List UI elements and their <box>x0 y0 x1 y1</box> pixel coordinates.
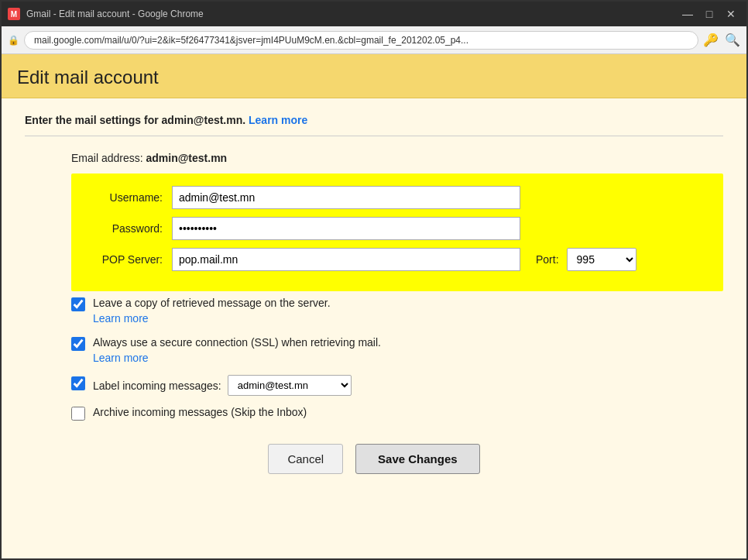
checkbox-1-text: Leave a copy of retrieved message on the… <box>93 296 331 326</box>
browser-favicon: M <box>8 8 20 20</box>
password-label: Password: <box>87 222 172 235</box>
address-bar: 🔒 mail.google.com/mail/u/0/?ui=2&ik=5f26… <box>2 26 746 54</box>
save-button[interactable]: Save Changes <box>355 444 480 474</box>
email-address-label: Email address: <box>71 152 143 164</box>
pop-server-label: POP Server: <box>87 253 172 266</box>
checkbox-4-text: Archive incoming messages (Skip the Inbo… <box>93 405 307 421</box>
page-content: Enter the mail settings for admin@test.m… <box>2 98 746 559</box>
email-address-row: Email address: admin@test.mn <box>25 152 723 164</box>
checkbox-row-4: Archive incoming messages (Skip the Inbo… <box>71 405 723 421</box>
checkbox-2-learn-more[interactable]: Learn more <box>93 351 381 366</box>
email-address-value: admin@test.mn <box>146 152 227 164</box>
checkboxes-section: Leave a copy of retrieved message on the… <box>71 296 723 421</box>
search-icon: 🔍 <box>725 33 740 47</box>
lock-icon: 🔒 <box>8 35 19 46</box>
checkbox-ssl[interactable] <box>71 337 85 351</box>
pop-server-row: POP Server: Port: 995 110 <box>87 248 708 271</box>
page-title: Edit mail account <box>17 67 731 88</box>
checkbox-2-text: Always use a secure connection (SSL) whe… <box>93 335 381 366</box>
checkbox-copy-server[interactable] <box>71 297 85 311</box>
maximize-button[interactable]: □ <box>700 6 719 22</box>
checkbox-label-incoming[interactable] <box>71 376 85 390</box>
page-header: Edit mail account <box>2 54 746 98</box>
password-row: Password: <box>87 217 708 240</box>
checkbox-row-3: Label incoming messages: admin@test.mn <box>71 375 723 396</box>
intro-line: Enter the mail settings for admin@test.m… <box>25 114 723 136</box>
username-input[interactable] <box>172 186 520 209</box>
checkbox-row-1: Leave a copy of retrieved message on the… <box>71 296 723 326</box>
form-section: Username: Password: POP Server: Port: 99… <box>71 173 723 291</box>
username-row: Username: <box>87 186 708 209</box>
pop-server-input[interactable] <box>172 248 520 271</box>
title-bar: M Gmail - Edit mail account - Google Chr… <box>2 2 746 26</box>
window-controls: — □ ✕ <box>678 6 740 22</box>
cancel-button[interactable]: Cancel <box>268 444 343 474</box>
close-button[interactable]: ✕ <box>722 6 740 22</box>
window-title: Gmail - Edit mail account - Google Chrom… <box>26 9 678 19</box>
username-label: Username: <box>87 191 172 204</box>
buttons-row: Cancel Save Changes <box>25 444 723 474</box>
pop-server-group: Port: 995 110 <box>172 248 636 271</box>
port-select[interactable]: 995 110 <box>567 248 636 271</box>
label-dropdown-group: Label incoming messages: admin@test.mn <box>93 375 352 396</box>
label-select[interactable]: admin@test.mn <box>228 375 352 396</box>
minimize-button[interactable]: — <box>678 6 697 22</box>
checkbox-row-2: Always use a secure connection (SSL) whe… <box>71 335 723 366</box>
checkbox-3-text: Label incoming messages: <box>93 380 221 392</box>
port-label: Port: <box>536 253 559 266</box>
address-bar-icons: 🔑 🔍 <box>703 33 740 47</box>
intro-text: Enter the mail settings for admin@test.m… <box>25 114 245 126</box>
checkbox-archive[interactable] <box>71 407 85 421</box>
checkbox-1-learn-more[interactable]: Learn more <box>93 311 331 327</box>
password-input[interactable] <box>172 217 520 240</box>
key-icon: 🔑 <box>703 33 719 47</box>
url-bar[interactable]: mail.google.com/mail/u/0/?ui=2&ik=5f2647… <box>24 31 698 50</box>
intro-learn-more-link[interactable]: Learn more <box>249 114 307 126</box>
